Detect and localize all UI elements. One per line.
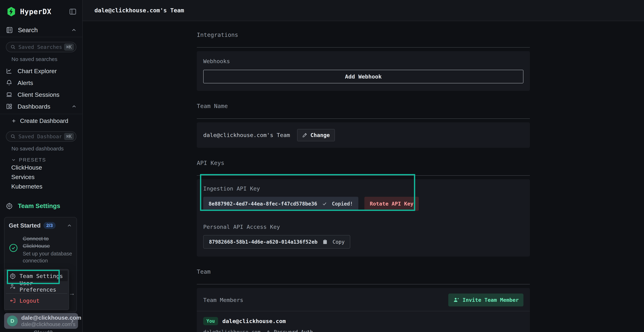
sidebar-item-team-settings[interactable]: Team Settings (0, 202, 82, 210)
page-title: dale@clickhouse.com's Team (94, 7, 184, 14)
create-dashboard-button[interactable]: Create Dashboard (0, 115, 82, 127)
get-started-title: Get Started (9, 222, 40, 229)
menu-item-team-settings[interactable]: Team Settings (6, 271, 68, 281)
main-content: Integrations Webhooks Add Webhook Team N… (83, 22, 644, 332)
gear-icon (10, 273, 16, 279)
no-saved-searches-text: No saved searches (12, 56, 82, 62)
change-button-label: Change (310, 132, 330, 138)
saved-searches-field[interactable] (18, 44, 62, 50)
member-row: You dale@clickhouse.com (203, 317, 524, 325)
dashboards-grid-icon (6, 103, 12, 110)
get-started-progress-badge: 2/3 (44, 222, 56, 229)
sidebar-item-client-sessions[interactable]: Client Sessions (0, 89, 82, 100)
sidebar-item-alerts[interactable]: Alerts (0, 77, 82, 89)
sidebar-section-dashboards-label: Dashboards (18, 103, 66, 110)
section-divider (197, 47, 530, 48)
integrations-heading: Integrations (197, 32, 530, 38)
saved-searches-input[interactable]: ⌘K (6, 42, 76, 52)
clipboard-icon (322, 239, 328, 245)
ingestion-api-key-label: Ingestion API Key (203, 185, 524, 192)
shortcut-badge: ⌘K (64, 133, 74, 140)
saved-dashboards-field[interactable] (18, 134, 62, 140)
api-keys-card: Ingestion API Key 8e887902-4ed7-44ea-8fe… (197, 179, 530, 256)
menu-item-label: User Preferences (20, 280, 64, 293)
invite-button-label: Invite Team Member (462, 297, 519, 303)
copied-label: Copied! (332, 201, 353, 207)
laptop-icon (6, 91, 12, 98)
preset-item-services[interactable]: Services (0, 172, 82, 182)
get-started-item-connect[interactable]: Connect to ClickHouse Set up your databa… (9, 235, 72, 264)
check-circle-icon (9, 243, 18, 252)
logo-row: HyperDX (0, 0, 82, 23)
chevron-up-icon (71, 104, 77, 109)
team-heading: Team (197, 268, 530, 275)
hyperdx-logo-icon (6, 6, 16, 17)
user-gear-icon (10, 283, 16, 290)
sidebar-section-dashboards[interactable]: Dashboards (0, 100, 82, 112)
ingestion-api-key-value: 8e887902-4ed7-44ea-8fec-f47cd578be36 (208, 201, 317, 207)
team-name-heading: Team Name (197, 103, 530, 110)
webhooks-label: Webhooks (203, 58, 524, 64)
menu-item-logout[interactable]: Logout (6, 296, 68, 306)
saved-dashboards-input[interactable]: ⌘K (6, 131, 76, 142)
copy-button-label: Copy (332, 239, 344, 245)
chevron-right-icon (70, 318, 75, 324)
change-team-name-button[interactable]: Change (297, 129, 335, 141)
user-profile-button[interactable]: D dale@clickhouse.com dale@clickhouse.co… (4, 313, 78, 329)
user-email: dale@clickhouse.com (21, 314, 66, 321)
personal-api-key-value: 87982668-58b1-4d6e-a620-014a136f52eb (209, 239, 318, 245)
sidebar-item-chart-explorer[interactable]: Chart Explorer (0, 65, 82, 77)
team-name-value: dale@clickhouse.com's Team (203, 132, 290, 138)
user-context-menu: Team Settings User Preferences Logout (4, 269, 69, 310)
webhooks-card: Webhooks Add Webhook (197, 51, 530, 91)
sidebar-item-label: Client Sessions (18, 91, 77, 98)
search-icon (10, 44, 16, 50)
members-divider (197, 311, 530, 311)
chevron-up-icon (66, 223, 72, 228)
search-journal-icon (6, 26, 13, 34)
ingestion-api-key-chip[interactable]: 8e887902-4ed7-44ea-8fec-f47cd578be36 Cop… (203, 197, 358, 211)
rotate-api-key-button[interactable]: Rotate API Key (364, 197, 419, 211)
bell-icon (6, 80, 12, 86)
preset-item-kubernetes[interactable]: Kubernetes (0, 182, 82, 191)
arrow-right-icon: → (69, 290, 75, 297)
shortcut-badge: ⌘K (64, 44, 74, 50)
create-dashboard-label: Create Dashboard (20, 118, 68, 124)
brand-name: HyperDX (20, 8, 52, 16)
personal-api-key-label: Personal API Access Key (203, 224, 524, 230)
personal-api-key-chip[interactable]: 87982668-58b1-4d6e-a620-014a136f52eb Cop… (203, 235, 350, 249)
sidebar-item-team-settings-label: Team Settings (18, 202, 60, 210)
chevron-up-icon (71, 27, 77, 33)
member-meta: dale@clickhouse.com Password Auth (203, 329, 524, 332)
get-started-header[interactable]: Get Started 2/3 (9, 222, 72, 229)
menu-item-label: Team Settings (20, 273, 63, 279)
preset-item-clickhouse[interactable]: ClickHouse (0, 163, 82, 172)
pencil-icon (302, 132, 308, 138)
cutoff-text: Cloud? (34, 330, 53, 332)
gear-icon (6, 202, 13, 210)
hyperdx-team-settings-page: { "brand": { "name": "HyperDX" }, "topba… (0, 0, 644, 332)
get-started-item-title: Connect to ClickHouse (23, 235, 72, 250)
api-keys-heading: API Keys (197, 160, 530, 166)
sidebar-nav: Chart Explorer Alerts Client Sessions Da… (0, 65, 82, 112)
chart-icon (6, 68, 12, 74)
chevron-down-icon (11, 158, 16, 162)
section-divider (197, 175, 530, 176)
sidebar-section-search-label: Search (18, 26, 66, 34)
sidebar-collapse-icon[interactable] (69, 8, 77, 16)
avatar: D (7, 316, 18, 326)
sidebar: HyperDX Search ⌘K No saved searches Char… (0, 0, 83, 332)
menu-divider (6, 293, 67, 294)
menu-item-user-preferences[interactable]: User Preferences (6, 281, 68, 292)
presets-toggle[interactable]: PRESETS (11, 157, 82, 163)
invite-team-member-button[interactable]: Invite Team Member (448, 294, 524, 306)
sidebar-section-search[interactable]: Search (0, 23, 82, 37)
team-members-label: Team Members (203, 297, 243, 303)
user-team-name: dale@clickhouse.com's (21, 322, 66, 327)
member-email: dale@clickhouse.com (203, 329, 260, 332)
user-plus-icon (453, 297, 460, 303)
add-webhook-button[interactable]: Add Webhook (203, 70, 524, 83)
section-divider (197, 284, 530, 284)
member-name: dale@clickhouse.com (222, 318, 286, 324)
section-divider (197, 118, 530, 119)
